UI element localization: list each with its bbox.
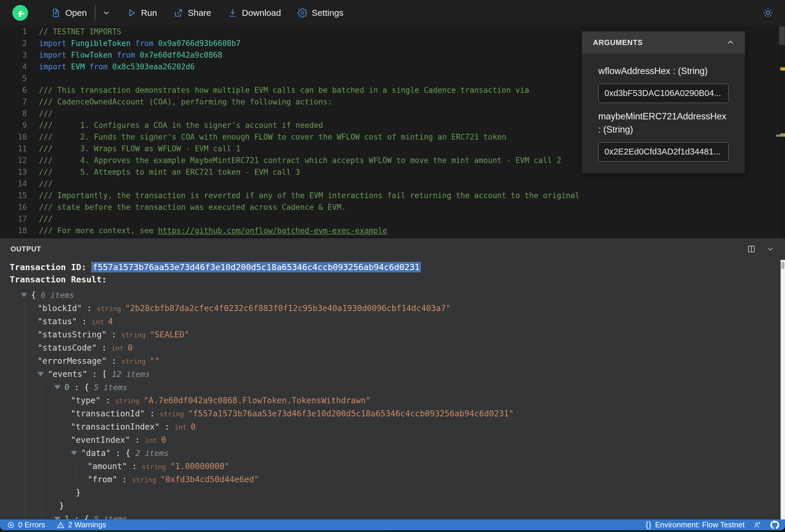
indent-guide — [25, 302, 25, 315]
json-row: "transactionIndex" : int 0 — [10, 420, 785, 433]
indent-guide — [25, 512, 25, 520]
output-panel: OUTPUT Transaction ID: f557a1573b76aa53e… — [0, 237, 785, 520]
indent-guide — [25, 407, 25, 420]
indent-guide — [58, 473, 58, 486]
theme-toggle-sun-icon[interactable] — [762, 7, 774, 19]
indent-guide — [25, 433, 25, 447]
expand-toggle-icon[interactable] — [21, 293, 27, 297]
line-number: 11 — [0, 143, 39, 154]
transaction-id-value[interactable]: f557a1573b76aa53e73d46f3e10d200d5c18a653… — [91, 262, 421, 273]
expand-toggle-icon[interactable] — [54, 517, 60, 520]
indent-guide — [58, 394, 58, 407]
line-number: 4 — [0, 61, 39, 73]
indent-guide — [25, 420, 25, 433]
github-icon[interactable] — [770, 521, 779, 529]
indent-guide — [25, 381, 25, 394]
indent-guide — [42, 460, 42, 473]
output-scrollbar-thumb[interactable] — [781, 262, 784, 269]
warning-marker — [780, 67, 785, 71]
code-text: import FlowToken from 0x7e60df042a9c0868 — [39, 49, 222, 61]
run-play-icon — [127, 8, 136, 18]
line-number: 15 — [0, 189, 39, 201]
collapse-output-chevron-icon[interactable] — [766, 245, 775, 253]
app-window: Open Run Share — [0, 0, 785, 530]
code-line[interactable]: 14/// — [0, 178, 785, 189]
indent-guide — [58, 447, 58, 460]
overview-ruler — [778, 26, 785, 237]
expand-toggle-icon[interactable] — [37, 372, 44, 376]
output-scrollbar[interactable] — [781, 260, 785, 520]
flow-logo-icon[interactable] — [12, 5, 28, 21]
indent-guide — [58, 460, 58, 473]
code-text: /// Importantly, the transaction is reve… — [39, 189, 580, 201]
transaction-result-line: Transaction Result: — [10, 273, 785, 286]
arguments-header[interactable]: ARGUMENTS — [582, 31, 745, 54]
code-editor[interactable]: 1// TESTNET IMPORTS2import FungibleToken… — [0, 26, 785, 237]
line-number: 13 — [0, 166, 39, 178]
indent-guide — [58, 433, 58, 447]
indent-guide — [25, 328, 25, 341]
argument-label: maybeMintERC721AddressHex : (String) — [598, 110, 729, 136]
output-body: Transaction ID: f557a1573b76aa53e73d46f3… — [0, 260, 785, 520]
run-button[interactable]: Run — [127, 8, 157, 18]
code-text: /// 1. Configures a COA in the signer's … — [39, 119, 323, 131]
wflow-address-input[interactable] — [598, 84, 729, 103]
line-number: 5 — [0, 73, 39, 84]
code-line[interactable]: 18/// For more context, see https://gith… — [0, 225, 785, 236]
open-label: Open — [65, 8, 86, 18]
json-row: "statusString" : string "SEALED" — [10, 328, 785, 341]
indent-guide — [42, 433, 42, 447]
code-text: /// This transaction demonstrates how mu… — [39, 84, 529, 96]
transaction-id-line: Transaction ID: f557a1573b76aa53e73d46f3… — [10, 261, 785, 273]
toolbar-separator — [95, 5, 95, 21]
code-text: /// state before the transaction was exe… — [39, 201, 346, 213]
json-row: "data" : { 2 items — [10, 447, 785, 460]
download-button[interactable]: Download — [228, 8, 281, 18]
json-row: "blockId" : string "2b28cbfb87da2cfec4f0… — [10, 302, 785, 315]
json-row: 0 : { 5 items — [10, 381, 785, 394]
line-number: 6 — [0, 84, 39, 96]
indent-guide — [25, 368, 25, 381]
indent-guide — [25, 354, 25, 368]
settings-label: Settings — [312, 8, 343, 18]
expand-toggle-icon[interactable] — [71, 451, 77, 455]
code-text: /// 4. Approves the example MaybeMintERC… — [39, 154, 561, 166]
open-dropdown-chevron-icon[interactable] — [102, 8, 111, 17]
code-line[interactable]: 17/// — [0, 213, 785, 225]
scroll-position-marker — [776, 135, 784, 137]
code-text: import EVM from 0x8c5303eaa26202d6 — [39, 61, 195, 73]
json-row: "errorMessage" : string "" — [10, 354, 785, 368]
code-line[interactable]: 15/// Importantly, the transaction is re… — [0, 189, 785, 201]
split-panel-icon[interactable] — [747, 245, 756, 253]
indent-guide — [25, 447, 25, 460]
expand-toggle-icon[interactable] — [54, 385, 60, 389]
braces-icon: {} — [646, 520, 652, 529]
argument-label: wflowAddressHex : (String) — [598, 65, 729, 78]
code-line[interactable]: 16/// state before the transaction was e… — [0, 201, 785, 213]
indent-guide — [42, 499, 42, 512]
indent-guide — [25, 460, 25, 473]
code-text: /// 3. Wraps FLOW as WFLOW - EVM call 1 — [39, 143, 240, 154]
feedback-person-icon[interactable] — [753, 521, 762, 529]
settings-button[interactable]: Settings — [297, 8, 343, 18]
code-text: /// — [39, 213, 53, 225]
editor-scrollbar-thumb[interactable] — [779, 26, 785, 45]
line-number: 7 — [0, 96, 39, 108]
json-row: "status" : int 4 — [10, 315, 785, 328]
json-row: "eventIndex" : int 0 — [10, 433, 785, 447]
open-button[interactable]: Open — [51, 8, 86, 18]
json-row: "amount" : string "1.00000000" — [10, 460, 785, 473]
maybe-mint-address-input[interactable] — [598, 142, 729, 161]
share-button[interactable]: Share — [173, 8, 211, 18]
indent-guide — [75, 460, 75, 473]
collapse-chevron-up-icon[interactable] — [726, 38, 735, 47]
arguments-panel: ARGUMENTS wflowAddressHex : (String) may… — [582, 31, 745, 173]
output-header: OUTPUT — [0, 238, 785, 260]
indent-guide — [75, 473, 75, 486]
json-row: "transactionId" : string "f557a1573b76aa… — [10, 407, 785, 420]
environment-status[interactable]: {} Environment: Flow Testnet — [646, 520, 744, 529]
json-row: "statusCode" : int 0 — [10, 341, 785, 354]
errors-status[interactable]: 0 Errors — [7, 520, 45, 529]
warnings-status[interactable]: 2 Warnings — [57, 520, 106, 529]
code-text: /// — [39, 178, 53, 189]
